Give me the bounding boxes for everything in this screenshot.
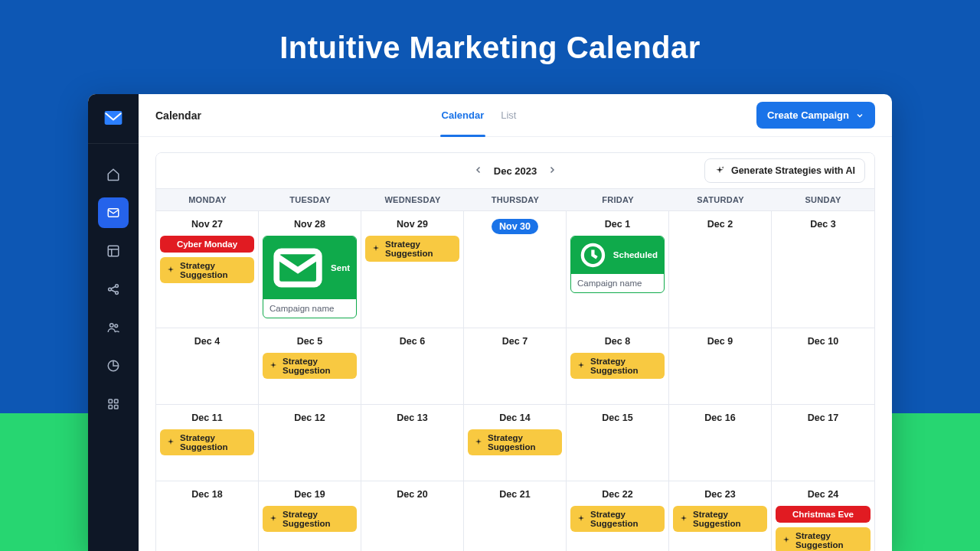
day-cell[interactable]: Dec 15 [567, 405, 669, 481]
date-label: Dec 5 [263, 336, 357, 347]
event-strategy[interactable]: Strategy Suggestion [365, 236, 459, 262]
tab-list[interactable]: List [501, 94, 516, 136]
next-month-button[interactable] [547, 164, 557, 178]
sparkle-icon [679, 514, 688, 523]
event-strategy[interactable]: Strategy Suggestion [570, 506, 665, 532]
event-strategy[interactable]: Strategy Suggestion [776, 527, 871, 551]
sparkle-icon [474, 438, 483, 447]
event-strategy[interactable]: Strategy Suggestion [263, 353, 357, 379]
view-tabs: Calendar List [442, 94, 517, 136]
day-cell[interactable]: Dec 21 [464, 481, 567, 551]
create-campaign-label: Create Campaign [767, 109, 849, 121]
nav-reports[interactable] [98, 350, 129, 381]
day-cell[interactable]: Nov 29 Strategy Suggestion [361, 211, 464, 328]
event-strategy[interactable]: Strategy Suggestion [160, 429, 254, 455]
hero-title: Intuitive Marketing Calendar [0, 31, 980, 65]
campaign-card-scheduled[interactable]: Scheduled Campaign name [570, 236, 665, 293]
weekday-wed: WEDNESDAY [361, 189, 464, 210]
sparkle-icon [782, 536, 791, 545]
event-strategy[interactable]: Strategy Suggestion [673, 506, 767, 532]
date-label: Dec 22 [570, 489, 665, 500]
day-cell[interactable]: Dec 5 Strategy Suggestion [259, 328, 361, 405]
event-strategy[interactable]: Strategy Suggestion [570, 353, 665, 379]
date-label: Dec 17 [776, 412, 871, 423]
date-label: Dec 12 [263, 412, 357, 423]
sparkle-icon [714, 165, 725, 176]
date-label: Dec 15 [570, 412, 665, 423]
day-cell[interactable]: Dec 4 [156, 328, 259, 405]
nav-home[interactable] [98, 159, 129, 190]
day-cell[interactable]: Dec 23 Strategy Suggestion [669, 481, 772, 551]
date-label: Dec 8 [570, 336, 665, 347]
day-cell[interactable]: Dec 6 [361, 328, 464, 405]
page-title: Calendar [155, 109, 201, 122]
day-cell[interactable]: Dec 20 [361, 481, 464, 551]
svg-point-5 [110, 324, 114, 328]
day-cell[interactable]: Dec 13 [361, 405, 464, 481]
day-cell[interactable]: Dec 14 Strategy Suggestion [464, 405, 567, 481]
day-cell[interactable]: Dec 8 Strategy Suggestion [567, 328, 669, 405]
day-cell[interactable]: Dec 22 Strategy Suggestion [567, 481, 669, 551]
date-label: Dec 9 [673, 336, 767, 347]
app-logo [100, 105, 126, 131]
day-cell[interactable]: Dec 18 [156, 481, 259, 551]
calendar: Dec 2023 Generate Strategies with AI MON… [155, 152, 875, 551]
day-cell[interactable]: Dec 19 Strategy Suggestion [259, 481, 361, 551]
date-label: Dec 10 [776, 336, 871, 347]
day-cell[interactable]: Nov 27 Cyber Monday Strategy Suggestion [156, 211, 259, 328]
weekday-sun: SUNDAY [772, 189, 874, 210]
nav-campaigns[interactable] [98, 197, 129, 228]
day-cell[interactable]: Dec 2 [669, 211, 772, 328]
tab-calendar[interactable]: Calendar [442, 94, 485, 136]
event-strategy[interactable]: Strategy Suggestion [263, 506, 357, 532]
clock-icon [577, 240, 609, 271]
date-label: Dec 23 [673, 489, 767, 500]
date-label: Dec 11 [160, 412, 254, 423]
day-cell[interactable]: Dec 9 [669, 328, 772, 405]
date-label: Dec 2 [673, 219, 767, 230]
nav-people[interactable] [98, 312, 129, 343]
day-cell[interactable]: Dec 17 [772, 405, 874, 481]
day-cell[interactable]: Dec 24 Christmas Eve Strategy Suggestion [772, 481, 874, 551]
sparkle-icon [166, 266, 175, 275]
sparkle-icon [269, 514, 278, 523]
day-cell[interactable]: Dec 10 [772, 328, 874, 405]
calendar-header: Dec 2023 Generate Strategies with AI [156, 153, 874, 189]
svg-point-6 [115, 324, 118, 328]
nav-apps[interactable] [98, 389, 129, 419]
event-strategy[interactable]: Strategy Suggestion [160, 257, 254, 283]
day-cell[interactable]: Nov 30 [464, 211, 567, 328]
day-cell[interactable]: Dec 7 [464, 328, 567, 405]
event-holiday[interactable]: Cyber Monday [160, 236, 254, 253]
weekday-thu: THURSDAY [464, 189, 567, 210]
date-label: Dec 14 [468, 412, 562, 423]
date-label: Nov 27 [160, 219, 254, 230]
sparkle-icon [577, 361, 586, 370]
day-cell[interactable]: Dec 1 Scheduled Campaign name [567, 211, 669, 328]
create-campaign-button[interactable]: Create Campaign [756, 102, 875, 129]
weekday-tue: TUESDAY [259, 189, 361, 210]
day-cell[interactable]: Nov 28 Sent Campaign name [259, 211, 361, 328]
sparkle-icon [166, 438, 175, 447]
date-label-today: Nov 30 [468, 219, 562, 234]
day-cell[interactable]: Dec 3 [772, 211, 874, 328]
event-holiday[interactable]: Christmas Eve [776, 506, 871, 523]
mail-icon [270, 240, 326, 296]
prev-month-button[interactable] [474, 164, 483, 178]
day-cell[interactable]: Dec 16 [669, 405, 772, 481]
nav-templates[interactable] [98, 236, 129, 266]
day-cell[interactable]: Dec 12 [259, 405, 361, 481]
topbar: Calendar Calendar List Create Campaign [139, 94, 892, 137]
generate-ai-button[interactable]: Generate Strategies with AI [704, 158, 865, 183]
month-label: Dec 2023 [494, 165, 537, 177]
weekday-fri: FRIDAY [567, 189, 669, 210]
event-strategy[interactable]: Strategy Suggestion [468, 429, 562, 455]
date-label: Dec 20 [365, 489, 459, 500]
day-cell[interactable]: Dec 11 Strategy Suggestion [156, 405, 259, 481]
date-label: Dec 7 [468, 336, 562, 347]
app-window: Calendar Calendar List Create Campaign D… [88, 94, 892, 551]
date-label: Dec 19 [263, 489, 357, 500]
campaign-card-sent[interactable]: Sent Campaign name [263, 236, 357, 318]
nav-share[interactable] [98, 274, 129, 305]
weekday-row: MONDAY TUESDAY WEDNESDAY THURSDAY FRIDAY… [156, 189, 874, 211]
